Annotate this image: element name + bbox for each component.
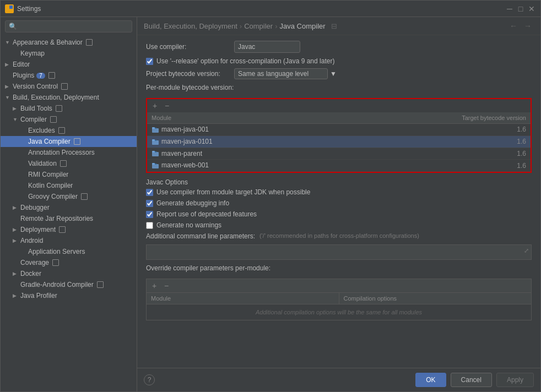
sidebar-item-editor[interactable]: ▶ Editor <box>1 59 137 70</box>
sidebar-item-coverage[interactable]: Coverage <box>1 257 137 268</box>
sidebar-item-compiler[interactable]: ▼ Compiler <box>1 114 137 125</box>
sidebar-label: Compiler <box>20 116 47 123</box>
arrow-icon: ▶ <box>5 62 13 67</box>
table-row[interactable]: maven-java-001 1.6 <box>147 124 531 136</box>
bytecode-version-row: Project bytecode version: Same as langua… <box>146 68 532 79</box>
sidebar-item-version-control[interactable]: ▶ Version Control <box>1 81 137 92</box>
table-row[interactable]: maven-parent 1.6 <box>147 148 531 160</box>
close-button[interactable]: ✕ <box>527 4 536 13</box>
settings-icon <box>60 160 67 167</box>
javac-checkbox-gen-debug[interactable] <box>146 200 153 207</box>
per-module-label: Per-module bytecode version: <box>146 84 234 91</box>
bytecode-select[interactable]: Same as language level <box>234 68 328 79</box>
table-row[interactable]: maven-web-001 1.6 <box>147 160 531 172</box>
sidebar-item-kotlin[interactable]: Kotlin Compiler <box>1 180 137 191</box>
remove-override-button[interactable]: − <box>161 280 172 291</box>
settings-icon <box>48 72 55 79</box>
release-option-checkbox[interactable] <box>146 58 153 65</box>
per-module-row: Per-module bytecode version: <box>146 84 532 94</box>
javac-check-label: Generate debugging info <box>156 199 229 207</box>
search-input[interactable] <box>17 23 128 30</box>
sidebar-item-appearance[interactable]: ▼ Appearance & Behavior <box>1 37 137 48</box>
svg-rect-13 <box>155 164 156 165</box>
additional-params-input[interactable] <box>147 245 520 259</box>
settings-icon <box>97 281 104 288</box>
search-box[interactable]: 🔍 <box>5 20 132 32</box>
sidebar-label: Java Profiler <box>20 292 57 300</box>
javac-check-row: Generate no warnings <box>146 221 532 229</box>
sidebar-item-annotation[interactable]: Annotation Processors <box>1 147 137 158</box>
maximize-button[interactable]: □ <box>516 4 525 13</box>
table-row[interactable]: maven-java-0101 1.6 <box>147 135 531 148</box>
sidebar-item-app-servers[interactable]: Application Servers <box>1 246 137 257</box>
sidebar-item-validation[interactable]: Validation <box>1 158 137 169</box>
javac-checkbox-no-warnings[interactable] <box>146 222 153 229</box>
ok-button[interactable]: OK <box>415 373 446 387</box>
back-button[interactable]: ← <box>507 21 520 30</box>
module-version-cell: 1.6 <box>334 148 531 160</box>
additional-params-row: Additional command line parameters: ('/'… <box>146 232 532 240</box>
use-compiler-label: Use compiler: <box>146 43 234 51</box>
sidebar-item-build-exec[interactable]: ▼ Build, Execution, Deployment <box>1 92 137 103</box>
dropdown-arrow-icon: ▼ <box>330 70 337 78</box>
sidebar-item-debugger[interactable]: ▶ Debugger <box>1 202 137 213</box>
add-override-button[interactable]: + <box>149 280 160 291</box>
sidebar-label: Version Control <box>13 83 58 90</box>
sidebar-label: Annotation Processors <box>28 149 95 156</box>
main-panel: Build, Execution, Deployment › Compiler … <box>137 17 540 391</box>
settings-window: Settings ─ □ ✕ 🔍 ▼ Appearance & Behavior <box>0 0 541 392</box>
cancel-button[interactable]: Cancel <box>451 373 492 387</box>
sidebar-label: Gradle-Android Compiler <box>20 281 94 288</box>
apply-button[interactable]: Apply <box>496 373 534 387</box>
settings-icon <box>58 127 65 134</box>
expand-icon: ⤢ <box>524 247 529 254</box>
svg-rect-4 <box>155 128 156 129</box>
forward-button[interactable]: → <box>522 21 534 30</box>
additional-params-hint: ('/' recommended in paths for cross-plat… <box>259 232 419 239</box>
svg-rect-11 <box>152 164 159 168</box>
settings-icon <box>61 83 68 90</box>
breadcrumb-sep2: › <box>275 22 277 30</box>
breadcrumb-part1: Build, Execution, Deployment <box>144 22 237 30</box>
javac-checkbox-use-compiler-module[interactable] <box>146 189 153 196</box>
window-title: Settings <box>17 5 505 13</box>
sidebar-item-rmi[interactable]: RMI Compiler <box>1 169 137 180</box>
minimize-button[interactable]: ─ <box>505 4 514 13</box>
override-table-body: Additional compilation options will be t… <box>146 304 532 320</box>
sidebar-item-plugins[interactable]: Plugins 7 <box>1 70 137 81</box>
nav-tree: ▼ Appearance & Behavior Keymap ▶ Editor <box>1 36 137 302</box>
sidebar-item-deployment[interactable]: ▶ Deployment <box>1 224 137 235</box>
module-name-cell: maven-java-001 <box>147 124 334 136</box>
sidebar-item-remote-jar[interactable]: Remote Jar Repositories <box>1 213 137 224</box>
svg-rect-8 <box>152 152 159 156</box>
bytecode-dropdown: Same as language level ▼ <box>234 68 337 79</box>
override-table-header: Module Compilation options <box>146 292 532 304</box>
javac-check-label: Generate no warnings <box>156 221 221 229</box>
override-label: Override compiler parameters per-module: <box>146 264 270 272</box>
bottom-buttons: OK Cancel Apply <box>415 373 534 387</box>
sidebar-item-gradle-android[interactable]: Gradle-Android Compiler <box>1 279 137 290</box>
help-button[interactable]: ? <box>144 374 155 385</box>
sidebar-item-build-tools[interactable]: ▶ Build Tools <box>1 103 137 114</box>
sidebar-item-keymap[interactable]: Keymap <box>1 48 137 59</box>
arrow-icon: ▶ <box>13 205 20 210</box>
javac-checkbox-report-deprecated[interactable] <box>146 211 153 218</box>
breadcrumb: Build, Execution, Deployment › Compiler … <box>137 17 540 35</box>
sidebar-label: Excludes <box>28 127 55 134</box>
use-compiler-row: Use compiler: Javac <box>146 41 532 53</box>
sidebar-item-java-profiler[interactable]: ▶ Java Profiler <box>1 290 137 301</box>
module-table: Module Target bytecode version maven-jav… <box>147 112 531 172</box>
remove-module-button[interactable]: − <box>161 100 172 111</box>
arrow-icon: ▼ <box>5 40 13 45</box>
add-module-button[interactable]: + <box>149 100 160 111</box>
sidebar-item-groovy[interactable]: Groovy Compiler <box>1 191 137 202</box>
sidebar-item-excludes[interactable]: Excludes <box>1 125 137 136</box>
compiler-select[interactable]: Javac <box>234 41 300 53</box>
settings-icon <box>74 138 80 145</box>
additional-params-input-wrapper: ⤢ <box>146 244 532 260</box>
arrow-icon: ▼ <box>13 117 20 122</box>
sidebar-item-android[interactable]: ▶ Android <box>1 235 137 246</box>
sidebar-item-docker[interactable]: ▶ Docker <box>1 268 137 279</box>
sidebar-item-java-compiler[interactable]: Java Compiler <box>1 136 137 147</box>
sidebar-label: Deployment <box>20 226 56 233</box>
